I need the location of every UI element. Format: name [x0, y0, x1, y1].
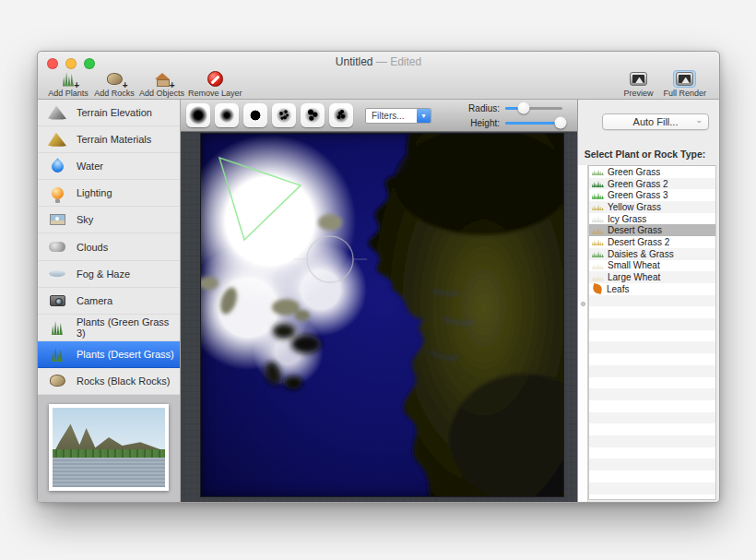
brush-dense-texture-icon	[332, 106, 350, 125]
remove-layer-icon	[207, 69, 223, 88]
plant-type-item-icy-grass[interactable]: Icy Grass	[589, 213, 715, 225]
full-render-label: Full Render	[663, 89, 706, 98]
brush-speckle-icon	[275, 106, 293, 125]
plant-type-item-desert-grass-2[interactable]: Desert Grass 2	[589, 236, 715, 248]
fog-icon	[47, 264, 67, 284]
brush-soft-large-button[interactable]	[186, 103, 210, 127]
add-objects-label: Add Objects	[139, 89, 184, 98]
terrain-preview-thumbnail[interactable]	[49, 404, 169, 491]
sidebar-item-camera[interactable]: Camera	[38, 288, 180, 315]
window-title: Untitled — Edited	[38, 55, 719, 68]
editor-center: Filters... Radius: Height:	[181, 100, 577, 502]
window-content: Terrain Elevation Terrain Materials Wate…	[38, 100, 719, 502]
terrain-paint-canvas[interactable]	[201, 134, 563, 496]
brush-hard-round-button[interactable]	[243, 103, 267, 127]
grass-green-dark-icon	[592, 180, 604, 187]
light-bulb-icon	[47, 183, 67, 203]
brush-scatter-icon	[303, 106, 322, 125]
radius-slider[interactable]	[505, 107, 562, 110]
preview-label: Preview	[623, 89, 653, 98]
add-plants-label: Add Plants	[48, 89, 89, 98]
add-plants-icon	[63, 69, 74, 88]
plant-type-item-green-grass[interactable]: Green Grass	[589, 166, 715, 178]
add-objects-button[interactable]: Add Objects	[139, 69, 184, 98]
radius-label: Radius:	[465, 103, 500, 113]
filters-label: Filters...	[366, 111, 417, 121]
filters-dropdown[interactable]: Filters...	[365, 108, 431, 124]
sidebar-item-rocks-black-rocks[interactable]: Rocks (Black Rocks)	[38, 368, 180, 395]
camera-icon	[47, 291, 67, 311]
sidebar-item-water[interactable]: Water	[38, 153, 180, 180]
main-toolbar: Add Plants Add Rocks Add Objects Remove …	[38, 69, 719, 100]
terrain-preview-image	[53, 408, 165, 487]
pane-splitter[interactable]	[578, 165, 588, 502]
grass-icy-icon	[592, 215, 604, 222]
cloud-icon	[47, 237, 67, 257]
remove-layer-label: Remove Layer	[188, 89, 242, 98]
plant-type-list: Green Grass Green Grass 2 Green Grass 3 …	[588, 165, 716, 500]
full-render-button[interactable]: Full Render	[663, 69, 706, 98]
plant-icon	[47, 344, 67, 364]
preview-button[interactable]: Preview	[617, 69, 659, 98]
radius-slider-knob[interactable]	[517, 102, 529, 114]
height-label: Height:	[465, 118, 500, 128]
water-drop-icon	[47, 156, 67, 176]
brush-hard-round-icon	[246, 106, 265, 125]
height-slider-fill	[505, 122, 561, 125]
remove-layer-button[interactable]: Remove Layer	[188, 69, 242, 98]
plant-type-header: Select Plant or Rock Type:	[578, 149, 712, 160]
brush-soft-small-icon	[218, 106, 236, 125]
mountain-gray-icon	[47, 102, 67, 123]
plant-type-item-daisies-grass[interactable]: Daisies & Grass	[589, 248, 715, 260]
plant-type-item-green-grass-2[interactable]: Green Grass 2	[589, 178, 715, 190]
splitter-handle-icon	[581, 302, 585, 306]
brush-scatter-button[interactable]	[301, 103, 325, 127]
brush-toolbar: Filters... Radius: Height:	[181, 100, 577, 132]
plant-type-item-large-wheat[interactable]: Large Wheat	[589, 271, 715, 283]
plant-type-item-small-wheat[interactable]: Small Wheat	[589, 260, 715, 272]
app-window: Untitled — Edited Add Plants Add Rocks A…	[37, 51, 720, 503]
rock-icon	[47, 371, 67, 391]
auto-fill-dropdown[interactable]: Auto Fill...	[602, 113, 709, 130]
sidebar-item-clouds[interactable]: Clouds	[38, 233, 180, 260]
brush-soft-small-button[interactable]	[215, 103, 239, 127]
brush-soft-large-icon	[189, 106, 207, 125]
add-rocks-button[interactable]: Add Rocks	[93, 69, 136, 98]
add-rocks-icon	[107, 69, 123, 88]
brush-dense-texture-button[interactable]	[329, 103, 353, 127]
plant-type-item-leafs[interactable]: Leafs	[589, 283, 715, 295]
sidebar-item-plants-desert-grass[interactable]: Plants (Desert Grass)	[38, 341, 180, 368]
auto-fill-label: Auto Fill...	[633, 116, 679, 127]
add-rocks-label: Add Rocks	[94, 89, 135, 98]
layers-sidebar: Terrain Elevation Terrain Materials Wate…	[38, 100, 181, 502]
grass-yellow-icon	[592, 203, 604, 210]
sidebar-item-lighting[interactable]: Lighting	[38, 180, 180, 207]
sky-picture-icon	[47, 209, 67, 230]
title-bar: Untitled — Edited	[38, 52, 719, 70]
brush-sliders: Radius: Height:	[465, 103, 572, 128]
sidebar-item-sky[interactable]: Sky	[38, 207, 180, 233]
plant-type-item-green-grass-3[interactable]: Green Grass 3	[589, 189, 715, 201]
height-slider-knob[interactable]	[554, 117, 566, 129]
sidebar-item-plants-green-grass-3[interactable]: Plants (Green Grass 3)	[38, 315, 180, 341]
sidebar-item-terrain-elevation[interactable]: Terrain Elevation	[38, 100, 180, 126]
canvas-overlay-art	[201, 134, 563, 496]
plant-icon	[47, 317, 67, 338]
mountain-gold-icon	[47, 129, 67, 149]
chevron-down-icon	[695, 115, 703, 125]
brush-speckle-button[interactable]	[272, 103, 296, 127]
add-plants-button[interactable]: Add Plants	[47, 69, 89, 98]
plant-type-item-yellow-grass[interactable]: Yellow Grass	[589, 201, 715, 213]
leaf-icon	[592, 283, 603, 294]
grass-green-icon	[592, 192, 604, 199]
grass-desert-icon	[592, 227, 604, 234]
sidebar-item-fog-haze[interactable]: Fog & Haze	[38, 261, 180, 288]
add-objects-icon	[155, 69, 170, 88]
sidebar-item-terrain-materials[interactable]: Terrain Materials	[38, 126, 180, 153]
canvas-area	[181, 132, 577, 502]
plant-type-item-desert-grass[interactable]: Desert Grass	[589, 224, 715, 236]
grass-green-light-icon	[592, 168, 604, 175]
height-slider[interactable]	[505, 122, 562, 125]
full-render-icon	[673, 69, 696, 88]
wheat-small-icon	[592, 262, 604, 269]
